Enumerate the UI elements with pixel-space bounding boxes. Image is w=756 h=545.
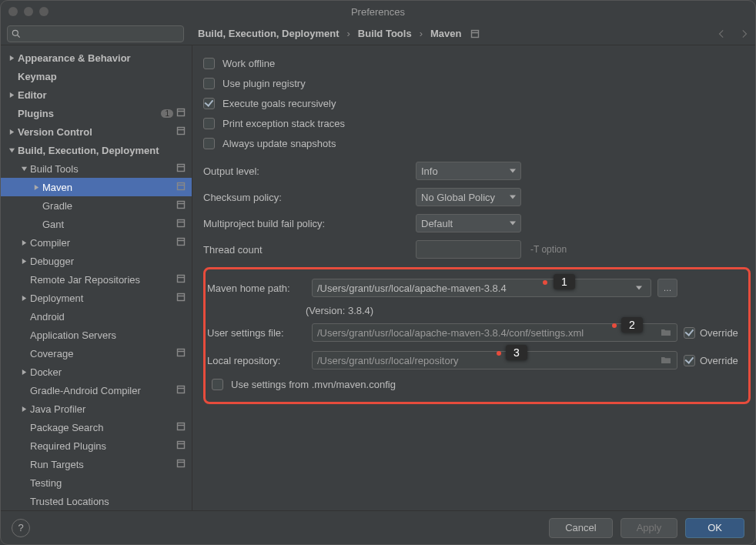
sidebar-item[interactable]: Required Plugins <box>1 436 192 455</box>
work-offline-checkbox[interactable] <box>203 58 215 69</box>
user-settings-value: /Users/grant/usr/local/apache-maven-3.8.… <box>317 327 584 339</box>
sidebar-item[interactable]: Build Tools <box>1 159 192 178</box>
override-label: Override <box>700 327 738 339</box>
ok-button[interactable]: OK <box>685 518 744 538</box>
sidebar-item[interactable]: Android <box>1 307 192 326</box>
sidebar-item[interactable]: Coverage <box>1 344 192 363</box>
svg-marker-33 <box>22 369 25 374</box>
sidebar-item[interactable]: Compiler <box>1 233 192 252</box>
svg-rect-9 <box>178 127 185 134</box>
breadcrumb-seg[interactable]: Build, Execution, Deployment <box>198 28 339 39</box>
svg-rect-2 <box>472 30 479 37</box>
cancel-button[interactable]: Cancel <box>549 518 612 538</box>
folder-icon[interactable] <box>660 354 672 366</box>
sidebar-item[interactable]: Trusted Locations <box>1 492 192 510</box>
sidebar-item-label: Docker <box>30 366 186 378</box>
chevron-right-icon[interactable] <box>5 129 18 135</box>
mvn-config-checkbox[interactable] <box>212 379 223 390</box>
chevron-right-icon[interactable] <box>30 184 42 191</box>
apply-button[interactable]: Apply <box>621 518 678 538</box>
plugin-registry-checkbox[interactable] <box>203 78 215 89</box>
chevron-right-icon[interactable] <box>18 239 30 246</box>
sidebar-item[interactable]: Build, Execution, Deployment <box>1 141 192 159</box>
svg-line-1 <box>18 35 20 37</box>
sidebar-item[interactable]: Deployment <box>1 289 192 307</box>
badge: 1 <box>161 109 173 118</box>
sidebar-item[interactable]: Plugins1 <box>1 104 192 122</box>
sidebar-item[interactable]: Gant <box>1 215 192 233</box>
maven-home-value: /Users/grant/usr/local/apache-maven-3.8.… <box>317 283 507 294</box>
sidebar-item[interactable]: Gradle-Android Compiler <box>1 381 192 400</box>
search-input[interactable] <box>25 28 180 39</box>
sidebar-item-label: Gant <box>42 219 176 230</box>
sidebar-item[interactable]: Gradle <box>1 196 192 215</box>
sidebar-item[interactable]: Maven <box>1 178 192 196</box>
help-button[interactable]: ? <box>12 519 30 537</box>
svg-marker-45 <box>510 222 516 226</box>
project-indicator-icon <box>176 237 186 249</box>
sidebar-item-label: Java Profiler <box>30 403 186 415</box>
sidebar-item-label: Editor <box>18 89 186 101</box>
override-repo-checkbox[interactable] <box>684 355 695 366</box>
chevron-down-icon[interactable] <box>18 166 30 172</box>
sidebar-item[interactable]: Testing <box>1 473 192 492</box>
svg-point-0 <box>12 30 18 35</box>
project-indicator-icon <box>176 108 186 119</box>
maven-home-combo[interactable]: /Users/grant/usr/local/apache-maven-3.8.… <box>312 279 651 297</box>
execute-goals-checkbox[interactable] <box>203 98 215 109</box>
search-box[interactable] <box>7 25 184 42</box>
chevron-right-icon[interactable] <box>5 92 18 99</box>
sidebar-item[interactable]: Keymap <box>1 67 192 85</box>
search-strip: Build, Execution, Deployment › Build Too… <box>1 22 755 45</box>
sidebar-item[interactable]: Package Search <box>1 418 192 436</box>
project-indicator-icon <box>176 440 186 452</box>
sidebar-item[interactable]: Docker <box>1 363 192 381</box>
sidebar-item[interactable]: Editor <box>1 85 192 104</box>
always-update-checkbox[interactable] <box>203 138 215 149</box>
breadcrumb-seg[interactable]: Maven <box>430 28 461 39</box>
project-indicator-icon <box>176 200 186 212</box>
svg-marker-8 <box>9 129 13 134</box>
override-settings-checkbox[interactable] <box>684 327 695 339</box>
mvn-config-label: Use settings from .mvn/maven.config <box>231 379 396 390</box>
annotation-bubble-1: 1 <box>554 274 575 289</box>
project-indicator-icon <box>176 293 186 304</box>
sidebar: Appearance & BehaviorKeymapEditorPlugins… <box>1 45 192 510</box>
output-level-select[interactable]: Info <box>416 162 521 180</box>
execute-goals-label: Execute goals recursively <box>222 98 336 109</box>
traffic-min[interactable] <box>24 7 33 16</box>
traffic-max[interactable] <box>39 7 49 16</box>
project-indicator-icon <box>176 163 186 175</box>
nav-back-icon[interactable] <box>717 28 728 39</box>
sidebar-item[interactable]: Run Targets <box>1 455 192 473</box>
sidebar-item[interactable]: Version Control <box>1 122 192 141</box>
thread-count-input[interactable] <box>416 240 521 259</box>
fail-policy-select[interactable]: Default <box>416 214 521 232</box>
checksum-select[interactable]: No Global Policy <box>416 188 521 206</box>
local-repo-input[interactable]: /Users/grant/usr/local/repository <box>312 351 677 369</box>
chevron-right-icon[interactable] <box>18 258 30 265</box>
sidebar-item[interactable]: Debugger <box>1 252 192 270</box>
chevron-right-icon[interactable] <box>5 55 18 62</box>
nav-forward-icon[interactable] <box>738 28 749 39</box>
project-indicator-icon <box>176 348 186 359</box>
svg-rect-26 <box>178 275 185 282</box>
chevron-down-icon[interactable] <box>5 147 18 154</box>
chevron-right-icon[interactable] <box>18 406 30 413</box>
chevron-right-icon[interactable] <box>18 295 30 302</box>
sidebar-item[interactable]: Application Servers <box>1 326 192 344</box>
sidebar-item[interactable]: Java Profiler <box>1 400 192 418</box>
sidebar-item[interactable]: Remote Jar Repositories <box>1 270 192 289</box>
sidebar-item-label: Gradle-Android Compiler <box>30 385 176 396</box>
breadcrumb-seg[interactable]: Build Tools <box>358 28 412 39</box>
override-label: Override <box>700 355 738 366</box>
maven-home-browse-button[interactable]: … <box>657 279 677 297</box>
traffic-close[interactable] <box>8 7 18 16</box>
sidebar-item-label: Version Control <box>18 126 176 138</box>
folder-icon[interactable] <box>660 326 672 339</box>
thread-hint: -T option <box>530 244 567 255</box>
search-icon <box>11 28 22 39</box>
chevron-right-icon[interactable] <box>18 369 30 376</box>
sidebar-item[interactable]: Appearance & Behavior <box>1 48 192 67</box>
print-exception-checkbox[interactable] <box>203 118 215 129</box>
